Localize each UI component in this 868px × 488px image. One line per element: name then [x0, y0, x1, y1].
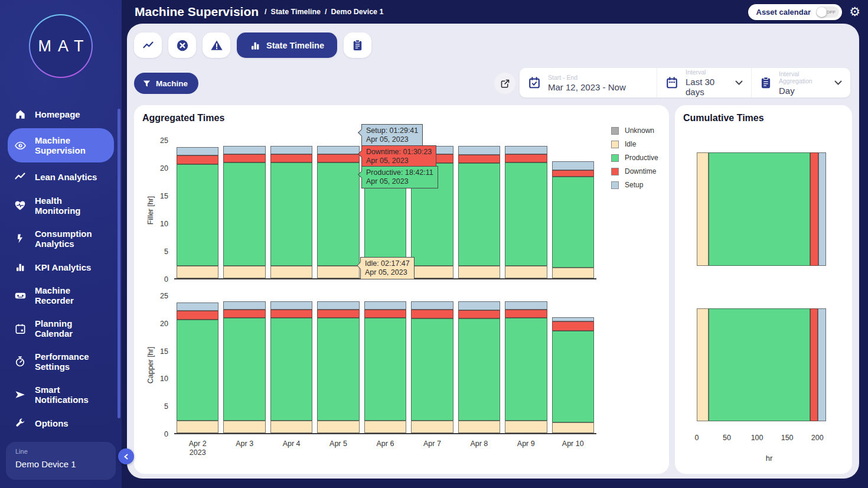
sidebar-scrollbar[interactable] [118, 109, 120, 418]
segment-idle[interactable] [552, 422, 594, 433]
sidebar-item-options[interactable]: Options [8, 413, 114, 433]
asset-calendar-toggle[interactable]: OFF [816, 6, 839, 18]
alarms-view-button[interactable] [203, 32, 230, 58]
report-view-button[interactable] [344, 32, 371, 58]
segment-productive[interactable] [364, 318, 406, 421]
legend-item-idle[interactable]: Idle [611, 140, 658, 148]
sidebar-item-consumption-analytics[interactable]: Consumption Analytics [8, 224, 114, 253]
segment-idle[interactable] [364, 421, 406, 433]
segment-idle[interactable] [223, 421, 265, 433]
segment-downtime[interactable] [552, 321, 594, 331]
segment-downtime[interactable] [270, 310, 312, 318]
sidebar-item-planning-calendar[interactable]: Planning Calendar [8, 314, 114, 343]
legend-item-unknown[interactable]: Unknown [611, 126, 658, 135]
state-timeline-button[interactable]: State Timeline [237, 32, 337, 58]
segment-downtime[interactable] [552, 170, 594, 176]
segment-productive[interactable] [270, 318, 312, 421]
segment-setup[interactable] [411, 301, 453, 310]
sidebar-item-performance-settings[interactable]: Performance Settings [8, 347, 114, 376]
segment-productive[interactable] [270, 162, 312, 266]
segment-idle[interactable] [317, 421, 359, 433]
segment-idle[interactable] [505, 266, 547, 278]
device-card[interactable]: Line Demo Device 1 [6, 442, 116, 480]
segment-downtime[interactable] [317, 154, 359, 162]
sidebar-item-lean-analytics[interactable]: Lean Analytics [8, 166, 114, 187]
segment-setup[interactable] [552, 161, 594, 171]
segment-downtime[interactable] [505, 154, 547, 162]
cumulative-segment-setup[interactable] [818, 308, 826, 421]
segment-idle[interactable] [411, 421, 453, 433]
segment-idle[interactable] [411, 266, 453, 278]
segment-productive[interactable] [505, 318, 547, 421]
segment-productive[interactable] [317, 318, 359, 421]
segment-downtime[interactable] [505, 310, 547, 318]
segment-productive[interactable] [505, 162, 547, 266]
cumulative-segment-productive[interactable] [709, 308, 810, 421]
segment-idle[interactable] [317, 266, 359, 278]
segment-setup[interactable] [458, 146, 500, 155]
segment-idle[interactable] [177, 266, 218, 278]
segment-productive[interactable] [177, 320, 218, 421]
cumulative-segment-productive[interactable] [709, 152, 810, 266]
segment-idle[interactable] [458, 421, 500, 433]
segment-productive[interactable] [411, 318, 453, 421]
cumulative-segment-idle[interactable] [697, 308, 709, 421]
segment-downtime[interactable] [458, 155, 500, 163]
interval-aggregation-select[interactable]: Interval Aggregation Day [751, 68, 850, 97]
stops-view-button[interactable] [168, 32, 196, 58]
segment-downtime[interactable] [223, 310, 265, 318]
export-button[interactable] [494, 73, 515, 94]
segment-setup[interactable] [270, 301, 312, 310]
segment-idle[interactable] [505, 421, 547, 433]
legend-item-downtime[interactable]: Downtime [611, 167, 658, 175]
segment-setup[interactable] [505, 146, 547, 154]
segment-downtime[interactable] [223, 154, 265, 162]
segment-setup[interactable] [177, 302, 218, 311]
segment-setup[interactable] [270, 146, 312, 154]
machine-filter-button[interactable]: Machine [134, 73, 198, 94]
segment-productive[interactable] [552, 331, 594, 422]
segment-productive[interactable] [223, 162, 265, 265]
legend-item-setup[interactable]: Setup [611, 181, 658, 189]
cumulative-segment-idle[interactable] [697, 152, 709, 266]
segment-productive[interactable] [458, 318, 500, 421]
segment-idle[interactable] [458, 266, 500, 278]
segment-setup[interactable] [364, 301, 406, 310]
cumulative-segment-downtime[interactable] [810, 308, 818, 421]
segment-downtime[interactable] [317, 310, 359, 318]
segment-downtime[interactable] [177, 311, 218, 320]
sidebar-item-machine-recorder[interactable]: Machine Recorder [8, 281, 114, 310]
breadcrumb-state-timeline[interactable]: State Timeline [271, 8, 321, 16]
trend-view-button[interactable] [134, 32, 162, 58]
sidebar-item-health-monitoring[interactable]: Health Monitoring [8, 191, 114, 220]
segment-downtime[interactable] [458, 310, 500, 318]
legend-item-productive[interactable]: Productive [611, 154, 658, 162]
segment-setup[interactable] [177, 147, 218, 155]
segment-downtime[interactable] [364, 310, 406, 318]
sidebar-item-homepage[interactable]: Homepage [8, 104, 114, 125]
sidebar-item-kpi-analytics[interactable]: KPI Analytics [8, 257, 114, 277]
segment-productive[interactable] [552, 177, 594, 268]
interval-select[interactable]: Interval Last 30 days [657, 68, 751, 97]
segment-downtime[interactable] [177, 155, 218, 164]
segment-downtime[interactable] [270, 154, 312, 162]
segment-setup[interactable] [458, 301, 500, 310]
cumulative-segment-downtime[interactable] [810, 152, 818, 266]
segment-idle[interactable] [270, 421, 312, 433]
segment-productive[interactable] [317, 162, 359, 265]
sidebar-collapse-button[interactable] [118, 448, 134, 464]
segment-setup[interactable] [505, 301, 547, 310]
sidebar-item-smart-notifications[interactable]: Smart Notifications [8, 380, 114, 409]
segment-idle[interactable] [177, 421, 218, 433]
segment-idle[interactable] [223, 266, 265, 278]
settings-gear-icon[interactable]: ⚙ [849, 5, 860, 19]
segment-setup[interactable] [317, 146, 359, 154]
segment-setup[interactable] [223, 301, 265, 310]
sidebar-item-machine-supervision[interactable]: Machine Supervision [8, 128, 114, 162]
segment-productive[interactable] [177, 164, 218, 265]
segment-productive[interactable] [458, 163, 500, 265]
start-end-control[interactable]: Start - End Mar 12, 2023 - Now [520, 68, 657, 97]
breadcrumb-device[interactable]: Demo Device 1 [331, 8, 384, 16]
segment-idle[interactable] [270, 266, 312, 278]
segment-idle[interactable] [552, 268, 594, 278]
